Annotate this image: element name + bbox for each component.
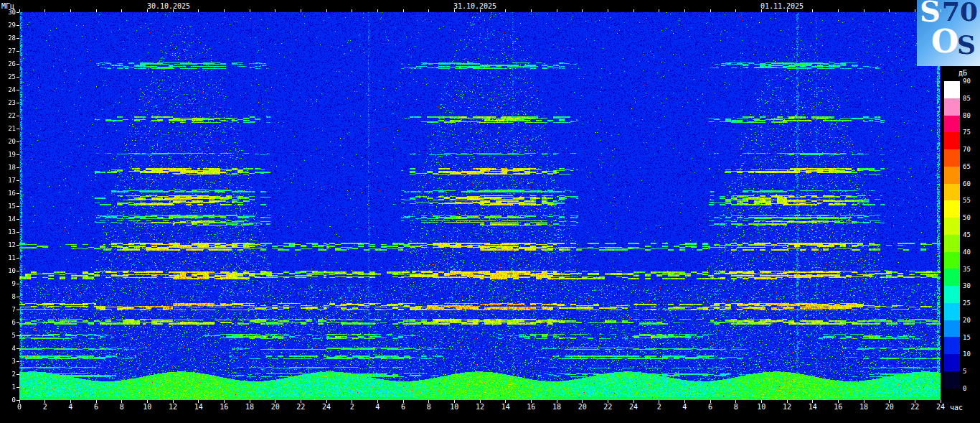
x-tick-mark-top	[301, 9, 301, 12]
y-tick-mark	[17, 116, 19, 116]
x-tick-mark	[480, 400, 481, 403]
x-tick-mark	[377, 400, 378, 403]
x-tick-label: 14	[804, 403, 821, 411]
y-tick-label: 17	[0, 177, 16, 184]
colorbar-tick-label: 0	[963, 385, 966, 392]
colorbar-tick-label: 75	[963, 129, 971, 136]
colorbar-segment	[944, 286, 960, 303]
x-tick-label: 14	[190, 403, 207, 411]
x-tick-mark	[250, 400, 250, 403]
x-tick-label: 16	[215, 403, 232, 411]
x-tick-label: 4	[62, 403, 79, 411]
x-tick-label: 22	[292, 403, 309, 411]
x-tick-label: 2	[651, 403, 668, 411]
y-tick-label: 18	[0, 164, 16, 171]
colorbar-tick-label: 25	[963, 299, 971, 307]
colorbar-tick-label: 5	[963, 368, 966, 375]
x-tick-mark-top	[326, 9, 327, 12]
spectrogram-canvas	[19, 12, 941, 400]
x-tick-mark-top	[19, 9, 20, 12]
x-tick-mark	[864, 400, 864, 403]
colorbar-tick-label: 50	[963, 214, 971, 221]
x-tick-label: 20	[881, 403, 898, 411]
x-tick-mark	[838, 400, 839, 403]
x-tick-mark-top	[198, 9, 199, 12]
y-tick-label: 19	[0, 151, 16, 158]
y-tick-label: 29	[0, 22, 16, 29]
y-tick-mark	[17, 38, 19, 39]
y-tick-mark	[17, 180, 19, 181]
x-tick-mark	[96, 400, 97, 403]
y-tick-label: 16	[0, 190, 16, 197]
x-tick-mark	[915, 400, 915, 403]
y-tick-label: 10	[0, 267, 16, 274]
colorbar-segment	[944, 337, 960, 354]
y-tick-label: 22	[0, 112, 16, 119]
x-tick-mark-top	[864, 9, 864, 12]
x-tick-mark	[147, 400, 148, 403]
x-tick-mark-top	[838, 9, 839, 12]
x-tick-mark	[275, 400, 275, 403]
x-tick-label: 2	[344, 403, 361, 411]
x-tick-mark	[352, 400, 352, 403]
y-tick-label: 11	[0, 254, 16, 261]
x-tick-mark	[710, 400, 711, 403]
x-tick-label: 10	[138, 403, 156, 411]
x-tick-label: 4	[369, 403, 386, 411]
x-tick-mark	[403, 400, 404, 403]
colorbar-segment	[944, 269, 960, 286]
x-tick-label: 8	[420, 403, 438, 411]
colorbar-tick-label: 70	[963, 146, 971, 153]
x-tick-mark-top	[403, 9, 404, 12]
spectrum-monitor-screen: МГц 30.10.2025 31.10.2025 01.11.2025 час…	[0, 0, 980, 423]
colorbar-segment	[944, 252, 960, 269]
x-tick-mark-top	[684, 9, 685, 12]
x-tick-label: 16	[829, 403, 847, 411]
x-tick-label: 16	[522, 403, 540, 411]
y-tick-mark	[17, 322, 19, 323]
y-tick-mark	[17, 141, 19, 142]
x-tick-mark-top	[941, 9, 941, 12]
x-tick-label: 2	[37, 403, 54, 411]
x-tick-mark-top	[275, 9, 275, 12]
colorbar-segment	[944, 149, 960, 167]
y-tick-mark	[17, 361, 19, 362]
x-tick-mark	[761, 400, 762, 403]
x-tick-label: 8	[113, 403, 131, 411]
x-tick-label: 18	[855, 403, 872, 411]
y-tick-label: 3	[0, 358, 16, 365]
y-tick-mark	[17, 284, 19, 284]
y-tick-label: 28	[0, 34, 16, 42]
colorbar-tick-label: 60	[963, 180, 971, 187]
x-tick-mark-top	[121, 9, 122, 12]
y-tick-mark	[17, 374, 19, 375]
y-tick-label: 8	[0, 293, 16, 300]
y-tick-mark	[17, 387, 19, 388]
y-tick-mark	[17, 219, 19, 220]
x-tick-mark-top	[531, 9, 532, 12]
colorbar-tick-label: 20	[963, 317, 971, 324]
x-tick-mark-top	[761, 9, 762, 12]
y-tick-label: 4	[0, 345, 16, 352]
colorbar-tick-label: 45	[963, 231, 971, 238]
colorbar-tick-label: 15	[963, 334, 971, 341]
y-tick-mark	[17, 232, 19, 233]
y-tick-mark	[17, 154, 19, 155]
x-tick-mark-top	[608, 9, 608, 12]
x-tick-mark	[941, 400, 941, 403]
x-tick-mark-top	[787, 9, 788, 12]
x-tick-mark	[684, 400, 685, 403]
y-tick-label: 20	[0, 138, 16, 145]
x-tick-mark	[326, 400, 327, 403]
x-tick-mark-top	[173, 9, 174, 12]
x-tick-mark	[19, 400, 20, 403]
x-tick-mark-top	[505, 9, 506, 12]
y-tick-label: 6	[0, 319, 16, 326]
x-tick-label: 24	[625, 403, 642, 411]
x-tick-mark-top	[710, 9, 711, 12]
x-tick-mark	[44, 400, 45, 403]
x-tick-mark	[198, 400, 199, 403]
x-tick-mark	[557, 400, 557, 403]
x-tick-mark-top	[147, 9, 148, 12]
x-tick-mark	[633, 400, 634, 403]
